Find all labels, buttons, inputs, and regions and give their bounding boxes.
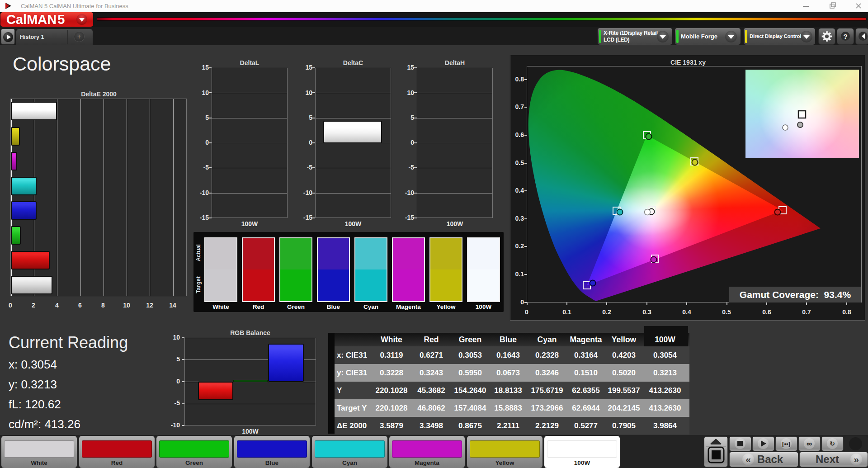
svg-text:↻: ↻ bbox=[830, 440, 835, 447]
svg-text:?: ? bbox=[843, 33, 847, 40]
svg-text:∞: ∞ bbox=[807, 440, 812, 448]
svg-text:[••]: [••] bbox=[782, 440, 790, 447]
